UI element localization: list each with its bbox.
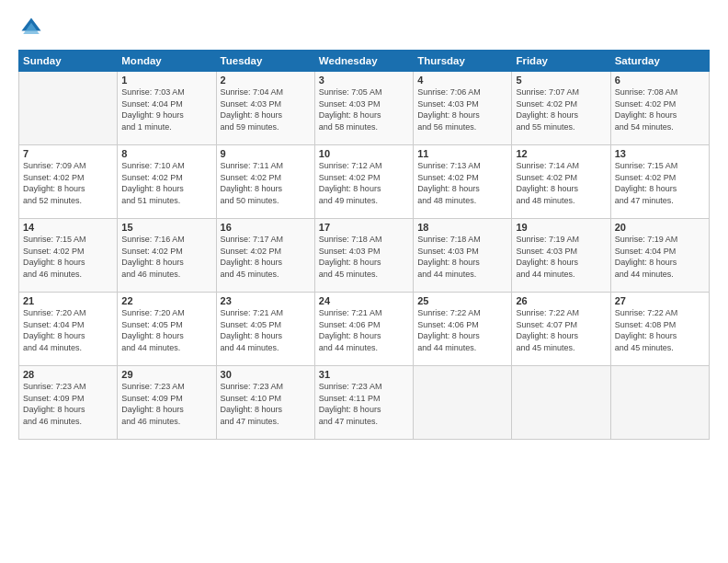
calendar-cell: 8Sunrise: 7:10 AM Sunset: 4:02 PM Daylig… <box>118 145 216 219</box>
day-info: Sunrise: 7:20 AM Sunset: 4:05 PM Dayligh… <box>121 307 211 353</box>
calendar-cell: 23Sunrise: 7:21 AM Sunset: 4:05 PM Dayli… <box>216 293 314 366</box>
day-number: 31 <box>319 369 409 380</box>
weekday-header: Monday <box>118 51 216 72</box>
calendar-cell <box>19 72 118 145</box>
day-info: Sunrise: 7:15 AM Sunset: 4:02 PM Dayligh… <box>615 160 705 206</box>
calendar-cell: 18Sunrise: 7:18 AM Sunset: 4:03 PM Dayli… <box>414 219 512 293</box>
calendar-cell: 14Sunrise: 7:15 AM Sunset: 4:02 PM Dayli… <box>19 219 118 293</box>
day-number: 20 <box>615 222 705 233</box>
day-info: Sunrise: 7:20 AM Sunset: 4:04 PM Dayligh… <box>23 307 113 353</box>
day-number: 6 <box>615 75 705 86</box>
calendar-week-row: 21Sunrise: 7:20 AM Sunset: 4:04 PM Dayli… <box>19 293 710 366</box>
day-number: 14 <box>23 222 113 233</box>
weekday-header: Friday <box>512 51 610 72</box>
day-number: 2 <box>221 75 311 86</box>
day-info: Sunrise: 7:23 AM Sunset: 4:11 PM Dayligh… <box>319 381 409 427</box>
calendar-table: SundayMondayTuesdayWednesdayThursdayFrid… <box>18 50 710 440</box>
calendar-cell: 5Sunrise: 7:07 AM Sunset: 4:02 PM Daylig… <box>512 72 610 145</box>
day-number: 30 <box>221 369 311 380</box>
calendar-cell <box>610 366 709 440</box>
logo-icon <box>18 15 44 40</box>
day-number: 25 <box>417 295 507 306</box>
calendar-body: 1Sunrise: 7:03 AM Sunset: 4:04 PM Daylig… <box>19 72 710 440</box>
day-info: Sunrise: 7:23 AM Sunset: 4:09 PM Dayligh… <box>23 381 113 427</box>
calendar-cell: 2Sunrise: 7:04 AM Sunset: 4:03 PM Daylig… <box>216 72 314 145</box>
calendar-cell: 16Sunrise: 7:17 AM Sunset: 4:02 PM Dayli… <box>216 219 314 293</box>
day-number: 10 <box>319 148 409 159</box>
day-number: 3 <box>319 75 409 86</box>
day-number: 5 <box>516 75 606 86</box>
calendar-cell: 30Sunrise: 7:23 AM Sunset: 4:10 PM Dayli… <box>216 366 314 440</box>
day-info: Sunrise: 7:23 AM Sunset: 4:10 PM Dayligh… <box>221 381 311 427</box>
calendar-week-row: 28Sunrise: 7:23 AM Sunset: 4:09 PM Dayli… <box>19 366 710 440</box>
day-number: 23 <box>221 295 311 306</box>
day-number: 28 <box>23 369 113 380</box>
calendar-cell: 1Sunrise: 7:03 AM Sunset: 4:04 PM Daylig… <box>118 72 216 145</box>
day-number: 17 <box>319 222 409 233</box>
day-info: Sunrise: 7:03 AM Sunset: 4:04 PM Dayligh… <box>121 86 211 132</box>
calendar-week-row: 1Sunrise: 7:03 AM Sunset: 4:04 PM Daylig… <box>19 72 710 145</box>
calendar-cell: 17Sunrise: 7:18 AM Sunset: 4:03 PM Dayli… <box>314 219 413 293</box>
day-number: 7 <box>23 148 113 159</box>
day-number: 19 <box>516 222 606 233</box>
day-info: Sunrise: 7:14 AM Sunset: 4:02 PM Dayligh… <box>516 160 606 206</box>
day-info: Sunrise: 7:17 AM Sunset: 4:02 PM Dayligh… <box>221 234 311 280</box>
day-number: 18 <box>417 222 507 233</box>
day-info: Sunrise: 7:22 AM Sunset: 4:06 PM Dayligh… <box>417 307 507 353</box>
calendar-cell: 29Sunrise: 7:23 AM Sunset: 4:09 PM Dayli… <box>118 366 216 440</box>
day-info: Sunrise: 7:21 AM Sunset: 4:05 PM Dayligh… <box>221 307 311 353</box>
calendar-week-row: 14Sunrise: 7:15 AM Sunset: 4:02 PM Dayli… <box>19 219 710 293</box>
calendar-cell: 26Sunrise: 7:22 AM Sunset: 4:07 PM Dayli… <box>512 293 610 366</box>
calendar-cell: 27Sunrise: 7:22 AM Sunset: 4:08 PM Dayli… <box>610 293 709 366</box>
day-number: 9 <box>221 148 311 159</box>
day-number: 15 <box>121 222 211 233</box>
calendar-cell: 19Sunrise: 7:19 AM Sunset: 4:03 PM Dayli… <box>512 219 610 293</box>
day-number: 26 <box>516 295 606 306</box>
calendar-cell: 22Sunrise: 7:20 AM Sunset: 4:05 PM Dayli… <box>118 293 216 366</box>
calendar-cell: 4Sunrise: 7:06 AM Sunset: 4:03 PM Daylig… <box>414 72 512 145</box>
day-number: 4 <box>417 75 507 86</box>
calendar-cell: 9Sunrise: 7:11 AM Sunset: 4:02 PM Daylig… <box>216 145 314 219</box>
day-info: Sunrise: 7:07 AM Sunset: 4:02 PM Dayligh… <box>516 86 606 132</box>
day-info: Sunrise: 7:23 AM Sunset: 4:09 PM Dayligh… <box>121 381 211 427</box>
calendar-cell: 7Sunrise: 7:09 AM Sunset: 4:02 PM Daylig… <box>19 145 118 219</box>
calendar-header: SundayMondayTuesdayWednesdayThursdayFrid… <box>19 51 710 72</box>
calendar-cell: 24Sunrise: 7:21 AM Sunset: 4:06 PM Dayli… <box>314 293 413 366</box>
calendar-cell: 11Sunrise: 7:13 AM Sunset: 4:02 PM Dayli… <box>414 145 512 219</box>
day-info: Sunrise: 7:19 AM Sunset: 4:04 PM Dayligh… <box>615 234 705 280</box>
day-info: Sunrise: 7:16 AM Sunset: 4:02 PM Dayligh… <box>121 234 211 280</box>
day-info: Sunrise: 7:12 AM Sunset: 4:02 PM Dayligh… <box>319 160 409 206</box>
day-number: 24 <box>319 295 409 306</box>
calendar-cell: 25Sunrise: 7:22 AM Sunset: 4:06 PM Dayli… <box>414 293 512 366</box>
weekday-row: SundayMondayTuesdayWednesdayThursdayFrid… <box>19 51 710 72</box>
weekday-header: Wednesday <box>314 51 413 72</box>
calendar-cell: 28Sunrise: 7:23 AM Sunset: 4:09 PM Dayli… <box>19 366 118 440</box>
day-number: 29 <box>121 369 211 380</box>
calendar-cell: 21Sunrise: 7:20 AM Sunset: 4:04 PM Dayli… <box>19 293 118 366</box>
day-info: Sunrise: 7:21 AM Sunset: 4:06 PM Dayligh… <box>319 307 409 353</box>
day-number: 27 <box>615 295 705 306</box>
calendar-cell: 15Sunrise: 7:16 AM Sunset: 4:02 PM Dayli… <box>118 219 216 293</box>
day-number: 21 <box>23 295 113 306</box>
calendar-cell: 6Sunrise: 7:08 AM Sunset: 4:02 PM Daylig… <box>610 72 709 145</box>
page-header <box>18 15 710 40</box>
day-info: Sunrise: 7:04 AM Sunset: 4:03 PM Dayligh… <box>221 86 311 132</box>
calendar-cell <box>414 366 512 440</box>
calendar-cell: 13Sunrise: 7:15 AM Sunset: 4:02 PM Dayli… <box>610 145 709 219</box>
day-info: Sunrise: 7:22 AM Sunset: 4:08 PM Dayligh… <box>615 307 705 353</box>
weekday-header: Sunday <box>19 51 118 72</box>
day-info: Sunrise: 7:05 AM Sunset: 4:03 PM Dayligh… <box>319 86 409 132</box>
weekday-header: Thursday <box>414 51 512 72</box>
day-info: Sunrise: 7:09 AM Sunset: 4:02 PM Dayligh… <box>23 160 113 206</box>
day-info: Sunrise: 7:18 AM Sunset: 4:03 PM Dayligh… <box>319 234 409 280</box>
calendar-cell: 10Sunrise: 7:12 AM Sunset: 4:02 PM Dayli… <box>314 145 413 219</box>
day-info: Sunrise: 7:10 AM Sunset: 4:02 PM Dayligh… <box>121 160 211 206</box>
day-info: Sunrise: 7:18 AM Sunset: 4:03 PM Dayligh… <box>417 234 507 280</box>
calendar-cell: 3Sunrise: 7:05 AM Sunset: 4:03 PM Daylig… <box>314 72 413 145</box>
weekday-header: Tuesday <box>216 51 314 72</box>
day-number: 16 <box>221 222 311 233</box>
day-number: 13 <box>615 148 705 159</box>
calendar-page: SundayMondayTuesdayWednesdayThursdayFrid… <box>0 0 728 563</box>
day-info: Sunrise: 7:08 AM Sunset: 4:02 PM Dayligh… <box>615 86 705 132</box>
day-info: Sunrise: 7:15 AM Sunset: 4:02 PM Dayligh… <box>23 234 113 280</box>
